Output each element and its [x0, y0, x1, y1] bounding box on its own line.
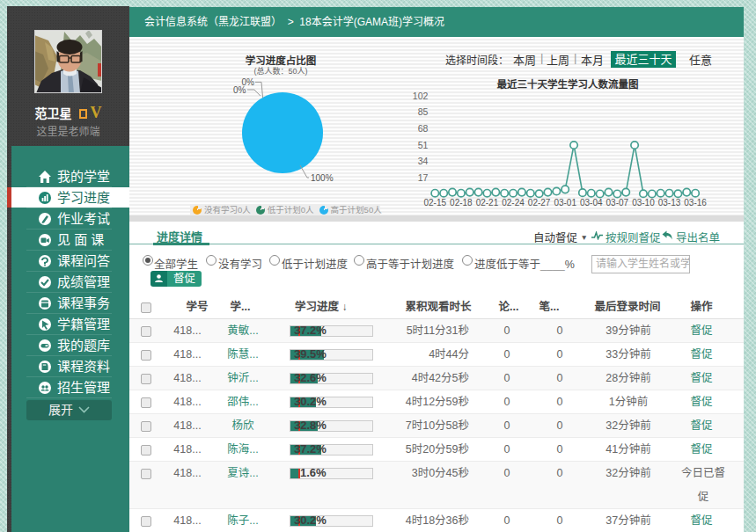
svg-text:02-27: 02-27	[528, 198, 551, 208]
svg-text:51: 51	[418, 140, 429, 150]
svg-text:0%: 0%	[233, 85, 246, 95]
svg-text:03-01: 03-01	[554, 198, 576, 208]
svg-text:102: 102	[413, 91, 429, 101]
svg-text:02-15: 02-15	[424, 198, 447, 208]
svg-text:03-04: 03-04	[580, 198, 603, 208]
svg-text:03-13: 03-13	[658, 198, 681, 208]
svg-text:68: 68	[418, 123, 429, 134]
svg-text:02-24: 02-24	[502, 198, 525, 208]
svg-text:100%: 100%	[311, 173, 334, 183]
svg-text:17: 17	[418, 172, 429, 183]
svg-text:03-16: 03-16	[684, 198, 707, 208]
svg-text:03-07: 03-07	[606, 198, 629, 208]
svg-text:02-21: 02-21	[476, 198, 499, 208]
svg-text:03-10: 03-10	[632, 198, 655, 208]
svg-text:85: 85	[418, 106, 429, 117]
svg-text:02-18: 02-18	[450, 198, 473, 208]
svg-text:34: 34	[418, 156, 429, 166]
